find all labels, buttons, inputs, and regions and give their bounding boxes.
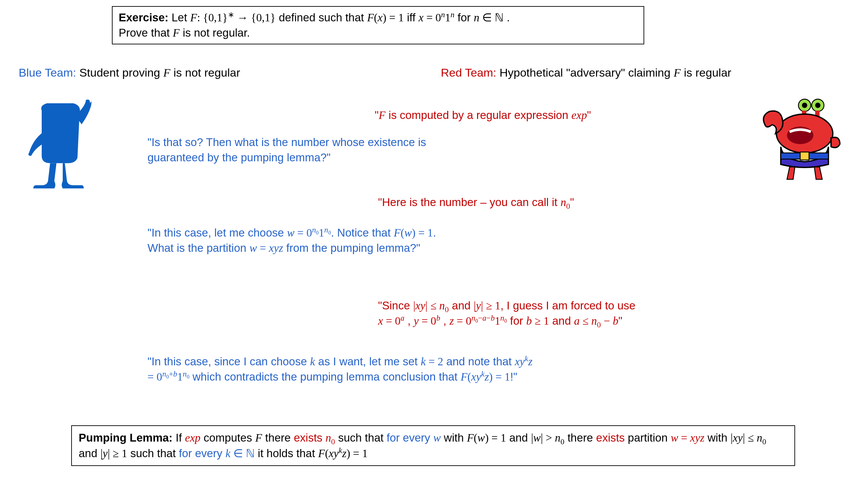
dialogue-text: , I guess I am forced to use: [500, 299, 635, 312]
red-dialogue-3: "Since |xy| ≤ n0 and |y| ≥ 1, I guess I …: [378, 298, 734, 328]
blue-dialogue-3: "In this case, since I can choose k as I…: [147, 354, 534, 384]
dialogue-text: which contradicts the pumping lemma conc…: [190, 370, 461, 383]
lemma-math: ∈ ℕ: [231, 447, 255, 460]
exercise-label: Exercise:: [119, 11, 169, 24]
lemma-text: with: [704, 431, 730, 444]
lemma-math: ) = 1: [485, 432, 506, 444]
dialogue-math: = 0n01n0: [295, 227, 331, 239]
lemma-math: (: [325, 447, 329, 460]
dialogue-text: "Here is the number – you can call it: [378, 196, 560, 208]
dialogue-math: ≤: [579, 315, 591, 327]
lemma-math: |: [531, 432, 533, 444]
lemma-math: | ≥ 1: [108, 447, 127, 460]
lemma-math: y: [103, 447, 108, 460]
dialogue-text: ": [375, 109, 379, 121]
dialogue-text: ,: [440, 314, 450, 327]
lemma-math: w: [533, 432, 541, 444]
red-character-icon: [753, 98, 848, 186]
lemma-math: w: [477, 432, 485, 444]
dialogue-math: xykz: [471, 371, 489, 383]
pumping-lemma-box: Pumping Lemma: If exp computes F there e…: [71, 425, 795, 466]
exercise-math: F: [367, 12, 374, 24]
exercise-math: ) = 1: [383, 12, 404, 24]
lemma-exists: exists: [596, 431, 625, 444]
red-team-label: Red Team: Hypothetical "adversary" claim…: [441, 66, 731, 79]
exercise-text: iff: [404, 11, 418, 24]
dialogue-math: = 0n0−a−b1n0: [454, 315, 507, 327]
dialogue-math: | ≥ 1: [481, 300, 500, 312]
dialogue-math: n: [439, 300, 445, 312]
dialogue-math: =: [257, 242, 269, 254]
dialogue-math: ) = 1: [489, 371, 510, 383]
lemma-math: n: [757, 432, 763, 444]
exercise-math: (: [374, 12, 378, 24]
dialogue-math: = 0b: [419, 315, 440, 327]
red-team-prefix: Red Team:: [441, 66, 496, 79]
exercise-text: Let: [169, 11, 190, 24]
red-team-text: Hypothetical "adversary" claiming: [496, 66, 674, 79]
blue-character-icon: [10, 95, 115, 200]
red-team-suffix: is regular: [681, 66, 731, 79]
dialogue-text: ,: [405, 314, 414, 327]
exercise-math: x: [378, 12, 383, 24]
dialogue-text: and: [449, 299, 474, 312]
lemma-math: k: [225, 447, 231, 460]
dialogue-math: 0: [566, 202, 570, 210]
exercise-text: Prove that: [119, 26, 173, 39]
lemma-math: exp: [185, 432, 201, 444]
lemma-label: Pumping Lemma:: [79, 431, 173, 444]
dialogue-text: and: [549, 314, 574, 327]
exercise-box: Exercise: Let F: {0,1}∗ → {0,1} defined …: [112, 6, 644, 44]
dialogue-math: exp: [571, 109, 587, 121]
red-team-math: F: [674, 66, 681, 79]
exercise-math: ∈ ℕ: [479, 12, 504, 24]
svg-point-3: [815, 103, 821, 108]
dialogue-math: 0: [597, 320, 601, 329]
dialogue-text: "In this case, since I can choose: [147, 355, 310, 368]
dialogue-math: F: [379, 109, 386, 121]
blue-dialogue-1: "Is that so? Then what is the number who…: [147, 135, 429, 165]
lemma-exists: exists: [294, 431, 322, 444]
dialogue-text: ": [570, 196, 574, 208]
lemma-text: If: [173, 431, 185, 444]
lemma-text: computes: [200, 431, 255, 444]
dialogue-math: xykz: [515, 355, 532, 368]
dialogue-math: = 0a: [383, 315, 405, 327]
dialogue-text: "In this case, let me choose: [147, 226, 287, 239]
dialogue-text: "Is that so? Then what is the number who…: [147, 136, 426, 164]
blue-team-prefix: Blue Team:: [19, 66, 76, 79]
lemma-math: 0: [762, 437, 766, 446]
blue-team-math: F: [163, 66, 171, 79]
lemma-text: and: [506, 431, 531, 444]
dialogue-math: w: [287, 227, 295, 239]
exercise-math: x: [419, 12, 424, 24]
dialogue-math: n: [591, 315, 597, 327]
dialogue-math: x: [378, 315, 383, 327]
exercise-math: = 0n1n: [423, 12, 454, 24]
dialogue-text: . Notice that: [331, 226, 394, 239]
blue-team-suffix: is not regular: [170, 66, 240, 79]
lemma-math: ) = 1: [347, 447, 368, 460]
lemma-text: such that: [127, 447, 179, 460]
lemma-math: xykz: [329, 447, 346, 460]
exercise-math: F: [190, 12, 197, 24]
lemma-text: it holds that: [255, 447, 318, 460]
dialogue-math: F: [460, 371, 467, 383]
dialogue-math: w: [404, 227, 412, 239]
dialogue-math: |: [474, 300, 476, 312]
exercise-text: is not regular.: [180, 26, 250, 39]
blue-dialogue-2: "In this case, let me choose w = 0n01n0.…: [147, 225, 453, 256]
lemma-text: partition: [625, 431, 671, 444]
dialogue-math: (: [400, 227, 404, 239]
dialogue-text: as I want, let me set: [315, 355, 421, 368]
lemma-math: w: [671, 432, 678, 444]
dialogue-math: z: [450, 315, 454, 327]
dialogue-math: (: [468, 371, 471, 383]
lemma-math: F: [318, 447, 325, 460]
lemma-forevery: for every: [179, 447, 222, 460]
lemma-text: with: [441, 431, 467, 444]
dialogue-math: ≥ 1: [532, 315, 549, 327]
exercise-text: for: [454, 11, 474, 24]
dialogue-math: F: [394, 227, 400, 239]
red-dialogue-1: "F is computed by a regular expression e…: [375, 108, 591, 123]
